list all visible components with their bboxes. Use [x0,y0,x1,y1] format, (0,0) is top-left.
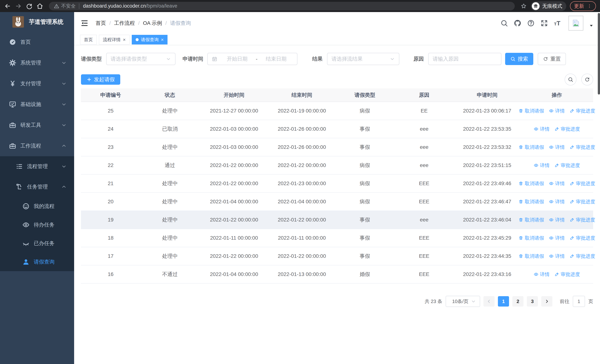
back-icon[interactable] [4,3,11,10]
browser-update-button[interactable]: 更新 [570,1,596,11]
avatar-caret-icon[interactable] [589,23,594,28]
progress-action-link[interactable]: 审批进度 [570,108,595,114]
progress-action-link[interactable]: 审批进度 [570,198,595,205]
detail-action-link[interactable]: 详情 [549,253,565,260]
cell-apply-time: 2022-01-22 23:53:32 [454,138,521,156]
sidebar-item[interactable]: 流程管理 [0,156,74,177]
detail-action-link[interactable]: 详情 [534,126,550,132]
progress-action-link[interactable]: 审批进度 [570,180,595,187]
search-button[interactable]: 搜索 [505,53,533,65]
progress-action-link[interactable]: 审批进度 [554,271,580,278]
kebab-menu-icon[interactable] [587,4,592,9]
breadcrumb-current: 请假查询 [170,20,191,27]
detail-action-link[interactable]: 详情 [534,271,550,278]
detail-action-link[interactable]: 详情 [549,108,565,114]
close-icon[interactable]: × [123,37,126,42]
tab-leave-query[interactable]: 请假查询 × [132,35,168,45]
reload-icon[interactable] [26,3,33,10]
eye-icon [549,235,554,240]
cell-apply-time: 2022-01-22 23:44:35 [454,247,521,265]
tab-process-detail[interactable]: 流程详情 × [99,35,130,45]
sidebar-item[interactable]: 待办任务 [0,215,74,234]
sidebar-item[interactable]: 研发工具 [0,115,74,135]
page-number-button[interactable]: 2 [512,296,524,307]
cell-end-time: 2022-01-04 00:00:00 [269,193,335,211]
url-bar[interactable]: 不安全 dashboard.yudao.iocoder.cn/bpm/oa/le… [49,2,515,10]
main-area: 首页 / 工作流程 / OA 示例 / 请假查询 TT 首页 流程详情 × [74,12,600,364]
fullscreen-icon[interactable] [540,19,548,27]
col-start-time: 开始时间 [200,88,269,102]
cell-apply-time: 2022-01-22 23:51:15 [454,156,521,174]
github-icon[interactable] [514,19,521,27]
sidebar-item[interactable]: 我的流程 [0,197,74,215]
cell-end-time: 2022-01-19 00:00:00 [269,102,335,120]
cancel-action-link[interactable]: 取消请假 [518,198,544,205]
cancel-action-link[interactable]: 取消请假 [518,217,544,223]
search-icon[interactable] [500,19,508,27]
svg-text:T: T [557,20,560,27]
result-select[interactable]: 请选择流结果 [327,53,399,65]
sidebar-item[interactable]: 系统管理 [0,52,74,73]
apply-time-range-picker[interactable]: 开始日期 - 结束日期 [207,53,297,65]
progress-action-link[interactable]: 审批进度 [554,126,580,132]
cancel-action-link[interactable]: 取消请假 [518,235,544,241]
sidebar-item[interactable]: 基础设施 [0,94,74,115]
detail-action-link[interactable]: 详情 [549,217,565,223]
sidebar-item[interactable]: 已办任务 [0,234,74,253]
help-icon[interactable] [527,19,535,27]
sidebar-item[interactable]: 请假查询 [0,253,74,271]
jump-page-input[interactable] [573,296,585,307]
tab-home[interactable]: 首页 [80,35,97,45]
edit-icon [554,127,559,131]
sidebar-item[interactable]: 任务管理 [0,177,74,197]
sidebar-item-label: 请假查询 [34,258,61,265]
detail-action-link[interactable]: 详情 [549,235,565,241]
cell-start-time: 2022-01-22 00:00:00 [200,211,269,229]
cancel-action-link[interactable]: 取消请假 [518,180,544,187]
next-page-button[interactable] [541,296,552,307]
cancel-action-link[interactable]: 取消请假 [518,253,544,260]
progress-action-link[interactable]: 审批进度 [570,253,595,260]
progress-action-link[interactable]: 审批进度 [570,217,595,223]
cancel-action-link[interactable]: 取消请假 [518,144,544,150]
sidebar-item[interactable]: 首页 [0,32,74,52]
breadcrumb-item[interactable]: OA 示例 [143,20,162,27]
refresh-table-button[interactable] [581,74,593,85]
edit-icon [554,163,559,168]
create-leave-button[interactable]: 发起请假 [81,74,120,85]
forward-icon[interactable] [15,3,22,10]
sidebar-collapse-icon[interactable] [80,19,89,27]
detail-action-link[interactable]: 详情 [549,198,565,205]
avatar[interactable] [569,16,583,31]
sidebar-item[interactable]: 工作流程 [0,135,74,156]
prev-page-button[interactable] [483,296,495,307]
show-search-button[interactable] [565,74,576,85]
cancel-action-link[interactable]: 取消请假 [518,108,544,114]
leave-type-select[interactable]: 请选择请假类型 [106,53,176,65]
page-size-select[interactable]: 10条/页 [446,296,480,307]
user-icon [22,258,30,266]
sidebar-item[interactable]: 支付管理 [0,73,74,94]
detail-action-link[interactable]: 详情 [549,180,565,187]
cell-leave-type: 病假 [335,156,394,174]
cell-reason: EEE [394,193,454,211]
bookmark-star-icon[interactable] [520,3,527,9]
detail-action-link[interactable]: 详情 [549,144,565,150]
progress-action-link[interactable]: 审批进度 [554,162,580,169]
breadcrumb-item[interactable]: 工作流程 [114,20,135,27]
detail-action-link[interactable]: 详情 [534,162,550,169]
home-icon[interactable] [36,3,43,10]
breadcrumb-item[interactable]: 首页 [96,20,106,27]
reason-input[interactable]: 请输入原因 [428,53,501,65]
font-size-icon[interactable]: TT [554,19,562,27]
page-number-button[interactable]: 3 [527,296,538,307]
scrollbar-thumb[interactable] [598,13,600,94]
eye-icon [534,127,538,131]
close-icon[interactable]: × [161,37,164,42]
chevron-down-icon [166,56,171,62]
reset-button[interactable]: 重置 [538,53,566,65]
chevron-down-icon [61,81,67,86]
page-number-button[interactable]: 1 [498,296,509,307]
progress-action-link[interactable]: 审批进度 [570,235,595,241]
progress-action-link[interactable]: 审批进度 [570,144,595,150]
